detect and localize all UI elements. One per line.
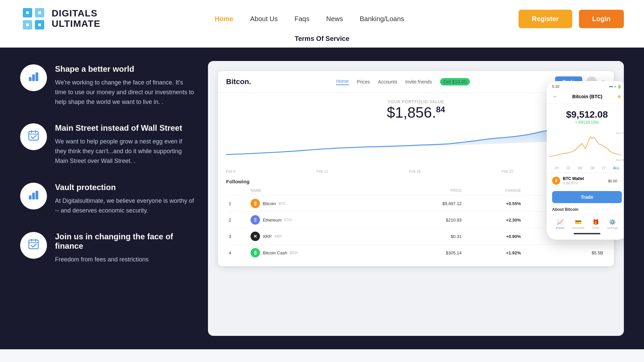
- coin-ticker: XRP: [274, 234, 282, 238]
- feature-text: Join us in changing the face of finance …: [55, 232, 195, 264]
- accounts-icon: 💳: [575, 219, 582, 225]
- svg-rect-10: [32, 74, 35, 81]
- nav-tos[interactable]: Terms Of Service: [294, 35, 349, 43]
- brand-top: DIGITALS: [52, 8, 100, 19]
- coin-name: Bitcoin Cash: [263, 250, 287, 255]
- nav-banking[interactable]: Banking/Loans: [360, 15, 404, 22]
- main-content: Shape a better world We're working to ch…: [0, 48, 644, 349]
- mobile-filter-1d[interactable]: 1D: [566, 166, 570, 170]
- mobile-status-bar: 5:10 ▪▪▪ ≈ 🔋: [547, 81, 624, 91]
- coin-price: $9,497.12: [395, 195, 464, 212]
- logo-icon: [20, 5, 47, 32]
- mobile-filter-1y[interactable]: 1Y: [602, 166, 606, 170]
- dash-nav-invite[interactable]: Invite friends: [405, 79, 432, 84]
- mobile-nav-invite[interactable]: 🎁 Invite: [592, 219, 599, 230]
- calendar-check-icon: [28, 129, 40, 144]
- register-button[interactable]: Register: [519, 10, 572, 28]
- svg-rect-17: [32, 193, 35, 199]
- eth-icon: Ξ: [251, 215, 260, 225]
- svg-rect-19: [29, 240, 38, 249]
- mobile-back-button[interactable]: ←: [552, 93, 558, 100]
- coin-name-cell: ✕ XRP XRP: [248, 228, 395, 245]
- coin-ticker: BCH: [290, 251, 298, 255]
- mobile-filter-1w[interactable]: 1W: [578, 166, 583, 170]
- coin-num: 1: [226, 195, 248, 212]
- dashboard-nav-links: Home Prices Accounts Invite friends Get …: [336, 78, 470, 85]
- bch-icon: ₿: [251, 248, 260, 257]
- mobile-bottom-nav: 📈 Prices 💳 Accounts 🎁 Invite ⚙️ Settings: [547, 215, 624, 230]
- feature-desc: We want to help people grow a nest egg e…: [55, 137, 195, 166]
- col-change: CHANGE: [464, 188, 524, 195]
- mobile-filter-1m[interactable]: 1M: [590, 166, 594, 170]
- coin-name: Bitcoin: [263, 201, 276, 206]
- brand-bottom: ULTIMATE: [52, 19, 100, 29]
- feature-title: Main Street instead of Wall Street: [55, 123, 195, 133]
- feature-item: Vault protection At Digitalsultimate, we…: [20, 183, 195, 216]
- coin-ticker: BTC: [278, 201, 286, 205]
- table-row: 4 ₿ Bitcoin Cash BCH $305.14 +1.92% $5.5: [226, 245, 606, 261]
- mobile-nav-accounts[interactable]: 💳 Accounts: [572, 219, 584, 230]
- bar-chart-icon: [28, 70, 40, 85]
- col-name: NAME: [248, 188, 395, 195]
- dashboard-brand: Bitcon.: [226, 77, 251, 86]
- svg-rect-6: [38, 11, 41, 14]
- dashboard-section: Bitcon. Home Prices Accounts Invite frie…: [208, 61, 624, 336]
- mobile-wallet-value: $0.00 ›: [608, 178, 622, 183]
- mobile-nav-settings-label: Settings: [607, 226, 618, 230]
- feature-icon-circle: [20, 64, 47, 91]
- feature-title: Join us in changing the face of finance: [55, 232, 195, 251]
- feature-item: Join us in changing the face of finance …: [20, 232, 195, 264]
- feature-icon-circle: [20, 123, 47, 150]
- coin-name-cell: ₿ Bitcoin Cash BCH: [248, 245, 395, 261]
- mobile-nav-prices[interactable]: 📈 Prices: [556, 219, 564, 230]
- xrp-icon: ✕: [251, 232, 260, 241]
- btc-icon: ₿: [251, 199, 260, 208]
- mobile-wallet-left: ₿ BTC Wallet 0.00 BTC: [552, 176, 584, 185]
- site-header: DIGITALS ULTIMATE Home About Us Faqs New…: [0, 0, 644, 48]
- svg-rect-18: [36, 191, 38, 199]
- svg-rect-11: [36, 72, 38, 81]
- login-button[interactable]: Login: [579, 10, 624, 28]
- nav-faqs[interactable]: Faqs: [294, 15, 309, 22]
- mobile-signal: ▪▪▪ ≈ 🔋: [609, 84, 622, 89]
- coin-change: +0.90%: [464, 228, 524, 245]
- mobile-wallet-row: ₿ BTC Wallet 0.00 BTC $0.00 ›: [547, 173, 624, 188]
- mobile-filter-1h[interactable]: 1H: [554, 166, 559, 170]
- mobile-card: 5:10 ▪▪▪ ≈ 🔋 ← Bitcoin (BTC) ★ $9,512.08…: [547, 81, 624, 240]
- dash-invite-badge[interactable]: Get $10.00: [440, 78, 470, 85]
- logo[interactable]: DIGITALS ULTIMATE: [20, 5, 100, 32]
- mobile-nav-settings[interactable]: ⚙️ Settings: [607, 219, 618, 230]
- dash-nav-prices[interactable]: Prices: [357, 79, 370, 84]
- mobile-chart: $14,776.59 $13.76: [547, 130, 624, 164]
- svg-rect-9: [29, 77, 32, 81]
- nav-about[interactable]: About Us: [250, 15, 278, 22]
- svg-text:$13.76: $13.76: [616, 159, 624, 162]
- mobile-star-button[interactable]: ★: [616, 93, 622, 100]
- mobile-nav-prices-label: Prices: [556, 226, 564, 230]
- mobile-trade-button[interactable]: Trade: [552, 191, 622, 203]
- col-num: [226, 188, 248, 195]
- nav-home[interactable]: Home: [215, 15, 233, 22]
- nav-news[interactable]: News: [326, 15, 343, 22]
- mobile-wallet-arrow[interactable]: ›: [620, 178, 622, 183]
- mobile-btc-icon: ₿: [552, 177, 560, 185]
- invite-icon: 🎁: [592, 219, 599, 225]
- dash-nav-home[interactable]: Home: [336, 78, 348, 85]
- svg-text:$14,776.59: $14,776.59: [616, 132, 624, 135]
- coin-change: +2.30%: [464, 212, 524, 228]
- svg-rect-7: [26, 23, 29, 26]
- mobile-time: 5:10: [552, 84, 559, 89]
- mobile-price: $9,512.08: [552, 109, 622, 120]
- svg-rect-5: [26, 11, 29, 14]
- feature-item: Shape a better world We're working to ch…: [20, 64, 195, 107]
- header-buttons: Register Login: [519, 10, 624, 28]
- feature-text: Shape a better world We're working to ch…: [55, 64, 195, 107]
- bar-chart-icon-2: [28, 189, 40, 203]
- coin-change: +1.92%: [464, 245, 524, 261]
- mobile-time-filters: 1H 1D 1W 1M 1Y ALL: [547, 164, 624, 173]
- feature-desc: We're working to change the face of fina…: [55, 78, 195, 107]
- coin-name-cell: ₿ Bitcoin BTC: [248, 195, 395, 212]
- mobile-wallet-btc: 0.00 BTC: [563, 181, 584, 185]
- mobile-filter-all[interactable]: ALL: [613, 166, 620, 170]
- dash-nav-accounts[interactable]: Accounts: [378, 79, 397, 84]
